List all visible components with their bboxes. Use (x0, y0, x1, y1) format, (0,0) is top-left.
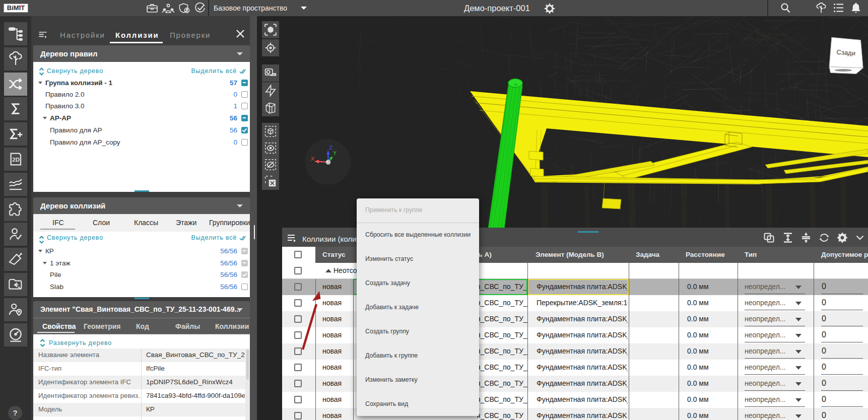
svg-text:X: X (311, 156, 314, 162)
svg-text:Сзади: Сзади (836, 48, 855, 57)
svg-text:2D: 2D (12, 157, 19, 163)
svg-text:Z: Z (329, 145, 333, 151)
svg-text:Y: Y (333, 150, 337, 156)
